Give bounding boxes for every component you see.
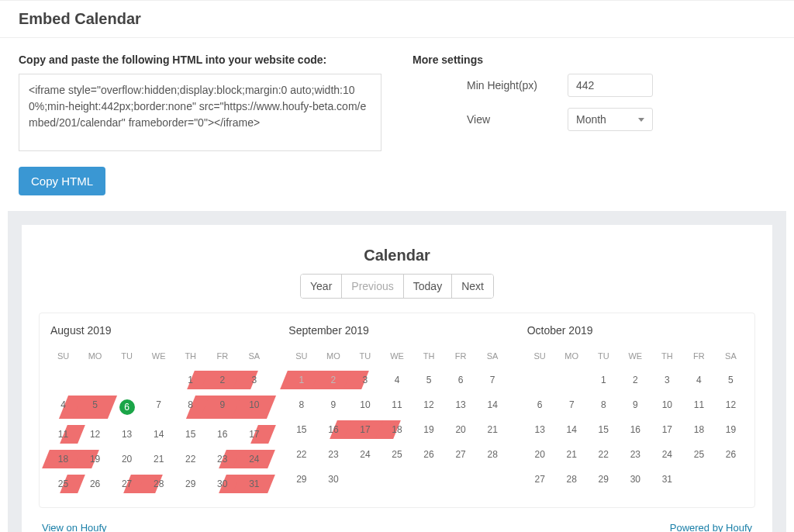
day-cell[interactable]: 24 [238,447,270,472]
day-cell[interactable]: 15 [588,417,620,442]
powered-by-link[interactable]: Powered by Houfy [670,522,752,532]
day-cell[interactable]: 21 [477,417,509,442]
day-number: 31 [249,478,259,489]
day-cell[interactable]: 30 [620,467,651,492]
day-number: 26 [726,449,736,460]
today-button[interactable]: Today [404,275,452,298]
day-cell[interactable]: 18 [381,417,413,442]
day-cell[interactable]: 12 [413,392,445,417]
day-cell[interactable]: 7 [556,392,588,417]
iframe-code-box[interactable]: <iframe style="overflow:hidden;display:b… [19,74,381,151]
previous-button[interactable]: Previous [342,275,403,298]
day-cell[interactable]: 3 [349,368,381,392]
day-cell[interactable]: 22 [285,442,317,467]
day-cell[interactable]: 19 [79,447,111,472]
day-cell[interactable]: 10 [651,392,683,417]
day-cell[interactable]: 6 [445,368,477,392]
calendar-preview: Calendar Year Previous Today Next August… [8,211,786,532]
view-select[interactable]: Month [568,108,653,131]
day-cell[interactable]: 20 [111,447,143,472]
day-cell[interactable]: 11 [47,422,79,447]
day-cell[interactable]: 24 [651,442,683,467]
view-on-houfy-link[interactable]: View on Houfy [42,522,107,532]
year-button[interactable]: Year [301,275,342,298]
day-cell[interactable]: 28 [477,442,509,467]
day-cell[interactable]: 22 [588,442,620,467]
day-cell[interactable]: 13 [111,422,143,447]
day-cell[interactable]: 3 [238,368,270,392]
day-cell[interactable]: 3 [651,368,683,392]
day-cell[interactable]: 25 [683,442,715,467]
day-cell[interactable]: 15 [285,417,317,442]
day-cell[interactable]: 13 [445,392,477,417]
day-cell[interactable]: 16 [206,422,238,447]
day-cell[interactable]: 7 [143,392,174,422]
day-cell[interactable]: 1 [588,368,620,392]
day-cell [413,467,445,492]
day-number: 13 [455,399,465,410]
day-cell[interactable]: 21 [143,447,174,472]
day-cell[interactable]: 31 [651,467,683,492]
day-cell[interactable]: 29 [588,467,620,492]
day-cell[interactable]: 14 [477,392,509,417]
day-number: 5 [426,375,432,385]
day-cell[interactable]: 22 [174,447,206,472]
day-cell[interactable]: 6 [524,392,556,417]
day-cell[interactable]: 26 [413,442,445,467]
day-cell[interactable]: 2 [620,368,651,392]
day-cell[interactable]: 10 [238,392,270,422]
day-cell[interactable]: 17 [238,422,270,447]
day-cell[interactable]: 28 [556,467,588,492]
day-cell[interactable]: 5 [413,368,445,392]
day-cell[interactable]: 4 [381,368,413,392]
day-number: 12 [423,399,433,410]
day-cell[interactable]: 19 [715,417,747,442]
day-cell[interactable]: 5 [79,392,111,422]
day-cell[interactable]: 9 [317,392,349,417]
weekday-header: TU [111,344,143,368]
day-number: 22 [296,449,306,460]
day-number: 29 [599,474,609,485]
day-cell[interactable]: 9 [620,392,651,417]
day-cell[interactable]: 28 [143,472,174,496]
day-cell[interactable]: 29 [285,467,317,492]
day-cell[interactable]: 14 [143,422,174,447]
day-cell[interactable]: 27 [445,442,477,467]
day-cell[interactable]: 11 [381,392,413,417]
day-number: 6 [458,375,464,385]
day-cell[interactable]: 27 [524,467,556,492]
day-cell[interactable]: 15 [174,422,206,447]
day-cell[interactable]: 31 [238,472,270,496]
day-cell[interactable]: 25 [381,442,413,467]
day-number: 19 [423,424,433,435]
day-cell[interactable]: 13 [524,417,556,442]
day-cell[interactable]: 11 [683,392,715,417]
day-cell[interactable]: 5 [715,368,747,392]
day-cell [556,368,588,392]
day-cell[interactable]: 20 [524,442,556,467]
day-cell[interactable]: 8 [588,392,620,417]
day-cell[interactable]: 21 [556,442,588,467]
day-cell[interactable]: 14 [556,417,588,442]
next-button[interactable]: Next [452,275,493,298]
day-cell[interactable]: 23 [317,442,349,467]
day-cell[interactable]: 23 [620,442,651,467]
day-cell[interactable]: 19 [413,417,445,442]
min-height-input[interactable] [568,74,653,97]
day-cell[interactable]: 26 [715,442,747,467]
copy-html-button[interactable]: Copy HTML [19,167,105,195]
day-cell[interactable]: 20 [445,417,477,442]
day-number: 7 [490,375,495,385]
day-cell[interactable]: 24 [349,442,381,467]
day-cell[interactable]: 17 [651,417,683,442]
day-cell[interactable]: 25 [47,472,79,496]
day-cell[interactable]: 4 [683,368,715,392]
day-cell[interactable]: 29 [174,472,206,496]
day-cell[interactable]: 18 [683,417,715,442]
day-cell[interactable]: 8 [285,392,317,417]
day-cell[interactable]: 16 [620,417,651,442]
day-cell[interactable]: 12 [715,392,747,417]
day-cell[interactable]: 10 [349,392,381,417]
day-cell[interactable]: 7 [477,368,509,392]
day-cell[interactable]: 30 [317,467,349,492]
